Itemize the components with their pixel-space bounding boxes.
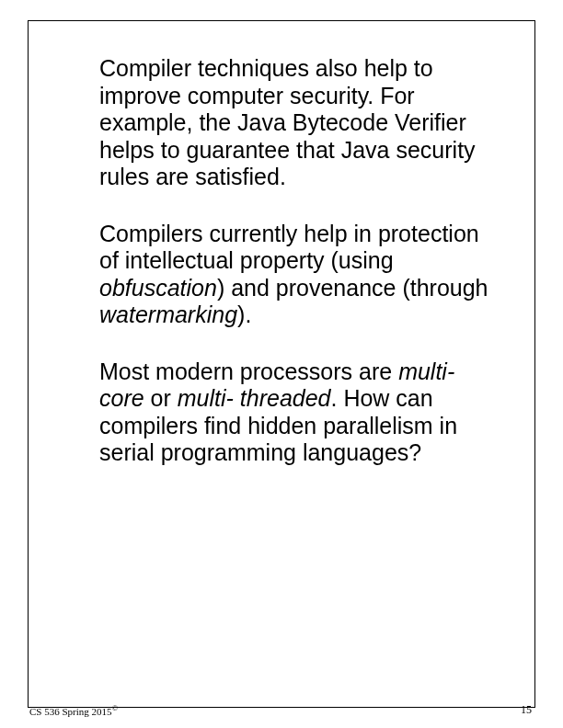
term-multi-threaded: multi- threaded <box>178 385 331 411</box>
paragraph-3-text-b: or <box>144 385 178 411</box>
term-watermarking: watermarking <box>99 301 237 327</box>
course-label: CS 536 Spring 2015 <box>29 706 112 717</box>
paragraph-2-text-c: ). <box>237 301 251 327</box>
page-number: 15 <box>521 703 532 716</box>
paragraph-2-text-a: Compilers currently help in protection o… <box>99 221 479 274</box>
footer-course: CS 536 Spring 2015© <box>29 703 118 717</box>
paragraph-3: Most modern processors are multi- core o… <box>99 358 502 467</box>
paragraph-2-text-b: ) and provenance (through <box>217 275 488 301</box>
slide-page: Compiler techniques also help to improve… <box>0 0 563 728</box>
paragraph-3-text-a: Most modern processors are <box>99 358 398 384</box>
copyright-symbol: © <box>112 703 119 712</box>
paragraph-2: Compilers currently help in protection o… <box>99 221 502 329</box>
body-text: Compiler techniques also help to improve… <box>99 55 502 496</box>
footer-page-number: 15 <box>521 703 532 717</box>
paragraph-1-text: Compiler techniques also help to improve… <box>99 55 476 189</box>
term-obfuscation: obfuscation <box>99 275 217 301</box>
paragraph-1: Compiler techniques also help to improve… <box>99 55 502 191</box>
